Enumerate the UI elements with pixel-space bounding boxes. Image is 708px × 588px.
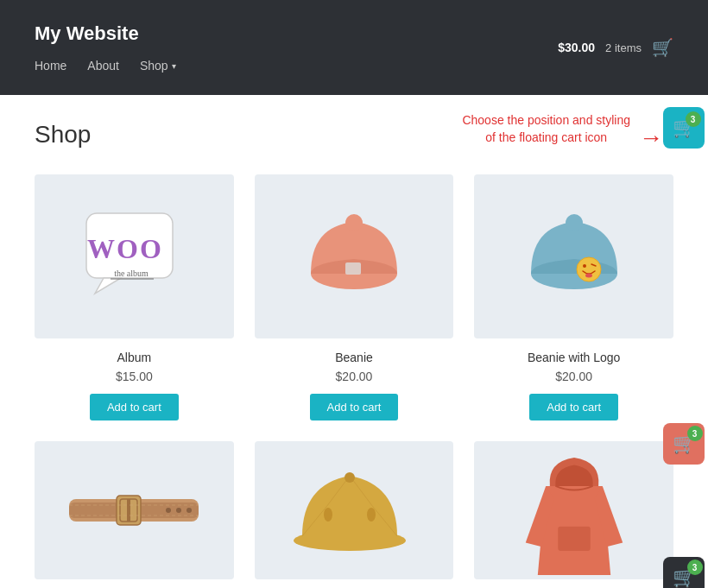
site-title: My Website bbox=[35, 22, 176, 45]
svg-text:WOO: WOO bbox=[87, 233, 163, 264]
cart-badge-teal: 3 bbox=[686, 111, 701, 127]
beanie-red-illustration bbox=[298, 192, 410, 321]
product-card-hoodie bbox=[474, 441, 673, 579]
product-name-album: Album bbox=[35, 351, 234, 364]
product-image-album: WOO the album bbox=[35, 174, 234, 338]
product-card-beanie: Beanie $20.00 Add to cart bbox=[255, 174, 454, 420]
product-grid: WOO the album Album $15.00 Add to cart bbox=[35, 174, 673, 420]
nav-home[interactable]: Home bbox=[35, 59, 66, 73]
floating-cart-dark[interactable]: 3 🛒 bbox=[663, 557, 705, 588]
main-content: Shop Choose the position and styling of … bbox=[0, 95, 708, 588]
svg-point-21 bbox=[186, 508, 192, 513]
product-price-beanie-logo: $20.00 bbox=[474, 370, 673, 383]
svg-point-20 bbox=[176, 508, 181, 513]
product-image-cap bbox=[255, 441, 454, 579]
product-image-belt bbox=[35, 441, 234, 579]
svg-point-13 bbox=[585, 274, 592, 278]
svg-rect-18 bbox=[127, 499, 130, 522]
product-card-album: WOO the album Album $15.00 Add to cart bbox=[35, 174, 234, 420]
product-card-cap bbox=[255, 441, 454, 579]
svg-point-25 bbox=[345, 472, 355, 483]
add-to-cart-album[interactable]: Add to cart bbox=[90, 394, 179, 420]
cart-total: $30.00 bbox=[558, 41, 595, 54]
svg-point-19 bbox=[166, 508, 171, 513]
product-card-beanie-logo: Beanie with Logo $20.00 Add to cart bbox=[474, 174, 673, 420]
album-illustration: WOO the album bbox=[78, 200, 190, 313]
product-image-beanie-logo bbox=[474, 174, 673, 338]
svg-point-9 bbox=[566, 214, 583, 231]
floating-cart-teal[interactable]: 3 🛒 bbox=[663, 107, 705, 149]
svg-rect-6 bbox=[345, 262, 361, 275]
page-title: Shop bbox=[35, 121, 673, 149]
svg-point-27 bbox=[367, 508, 376, 522]
header-right: $30.00 2 items 🛒 bbox=[558, 37, 673, 58]
product-card-belt bbox=[35, 441, 234, 579]
add-to-cart-beanie[interactable]: Add to cart bbox=[310, 394, 399, 420]
belt-illustration bbox=[65, 480, 203, 541]
product-grid-bottom bbox=[35, 441, 673, 579]
product-image-beanie bbox=[255, 174, 454, 338]
main-nav: Home About Shop ▾ bbox=[35, 59, 176, 73]
cap-illustration bbox=[294, 458, 414, 562]
nav-about[interactable]: About bbox=[87, 59, 119, 73]
product-image-hoodie bbox=[474, 441, 673, 579]
svg-point-7 bbox=[345, 214, 363, 231]
svg-text:the album: the album bbox=[114, 269, 149, 278]
site-header: My Website Home About Shop ▾ $30.00 2 it… bbox=[0, 0, 708, 95]
product-name-beanie: Beanie bbox=[255, 351, 454, 364]
cart-badge-salmon: 3 bbox=[687, 426, 703, 441]
beanie-blue-illustration bbox=[518, 192, 630, 321]
svg-point-26 bbox=[324, 508, 332, 522]
product-price-album: $15.00 bbox=[35, 370, 234, 383]
hoodie-illustration bbox=[518, 446, 630, 575]
header-left: My Website Home About Shop ▾ bbox=[35, 22, 176, 73]
svg-point-10 bbox=[577, 257, 601, 281]
product-price-beanie: $20.00 bbox=[255, 370, 454, 383]
cart-badge-dark: 3 bbox=[687, 560, 703, 575]
svg-point-11 bbox=[583, 264, 586, 268]
cart-items-count: 2 items bbox=[605, 41, 642, 54]
nav-shop[interactable]: Shop ▾ bbox=[140, 59, 176, 73]
product-name-beanie-logo: Beanie with Logo bbox=[474, 351, 673, 364]
floating-cart-salmon[interactable]: 3 🛒 bbox=[663, 423, 705, 465]
cart-icon[interactable]: 🛒 bbox=[652, 37, 673, 58]
svg-rect-28 bbox=[558, 527, 591, 551]
chevron-down-icon: ▾ bbox=[172, 61, 176, 71]
svg-marker-1 bbox=[95, 278, 121, 294]
add-to-cart-beanie-logo[interactable]: Add to cart bbox=[529, 394, 618, 420]
